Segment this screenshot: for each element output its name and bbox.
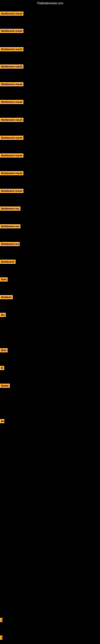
bottleneck-badge-0: Bottleneck result xyxy=(0,12,23,16)
bottleneck-badge-20: Bottle xyxy=(0,384,10,388)
bottleneck-badge-18: Bott xyxy=(0,348,8,352)
bottleneck-badge-15: Bott xyxy=(0,277,8,282)
bottleneck-badge-11: Bottleneck res xyxy=(0,206,20,211)
bottleneck-badge-6: Bottleneck result xyxy=(0,118,23,122)
bottleneck-badge-19: B xyxy=(0,366,4,370)
bottleneck-badge-12: Bottleneck res xyxy=(0,224,20,228)
bottleneck-badge-23: | xyxy=(0,636,2,640)
bottleneck-badge-13: Bottleneck res xyxy=(0,242,20,246)
bottleneck-badge-9: Bottleneck result xyxy=(0,171,23,175)
bottleneck-badge-22: | xyxy=(0,618,2,622)
bottleneck-badge-14: Bottleneck xyxy=(0,260,16,264)
bottleneck-badge-3: Bottleneck result xyxy=(0,64,23,69)
bottleneck-badge-4: Bottleneck result xyxy=(0,82,23,86)
bottleneck-badge-10: Bottleneck result xyxy=(0,189,23,193)
bottleneck-badge-5: Bottleneck result xyxy=(0,100,23,104)
bottleneck-badge-17: Bo xyxy=(0,313,6,317)
bottleneck-badge-16: Bottlene xyxy=(0,295,13,299)
bottleneck-badge-7: Bottleneck result xyxy=(0,136,23,140)
bottleneck-badge-21: Bo xyxy=(0,419,4,423)
bottleneck-badge-2: Bottleneck result xyxy=(0,47,23,51)
bottleneck-badge-1: Bottleneck result xyxy=(0,29,23,33)
site-title: TheBottlenecker.com xyxy=(37,2,63,5)
bottleneck-badge-8: Bottleneck result xyxy=(0,153,23,158)
